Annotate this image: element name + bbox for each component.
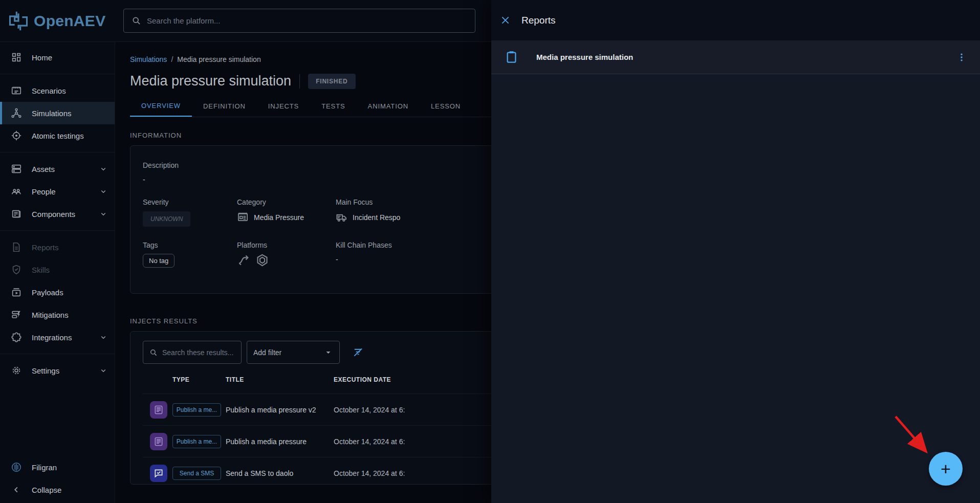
openaev-logo[interactable]: OpenAEV <box>0 10 115 32</box>
main-focus-value: Incident Respo <box>353 213 400 222</box>
sidebar-divider <box>0 354 115 354</box>
sidebar-item-payloads[interactable]: Payloads <box>0 281 115 303</box>
kill-chain-value: - <box>336 255 489 264</box>
sidebar-item-integrations[interactable]: Integrations <box>0 326 115 348</box>
chevron-down-icon[interactable] <box>99 187 108 196</box>
sidebar-collapse-label: Collapse <box>32 486 61 494</box>
components-icon <box>11 208 22 220</box>
reports-drawer: Reports Media pressure simulation + <box>491 0 980 503</box>
media-pressure-inject-icon <box>150 433 167 450</box>
report-item-label: Media pressure simulation <box>536 53 633 61</box>
mitigations-icon <box>11 309 22 320</box>
sidebar-collapse-button[interactable]: Collapse <box>0 478 115 501</box>
tab-animation[interactable]: ANIMATION <box>357 96 420 117</box>
tab-tests[interactable]: TESTS <box>310 96 356 117</box>
column-type[interactable]: TYPE <box>172 376 226 383</box>
filigran-brand-label: Filigran <box>32 463 57 472</box>
chevron-down-icon[interactable] <box>99 366 108 375</box>
filigran-logo-icon <box>11 462 22 473</box>
sidebar-divider <box>0 74 115 74</box>
sidebar-item-mitigations[interactable]: Mitigations <box>0 303 115 326</box>
sidebar-item-label: People <box>32 187 56 196</box>
home-icon <box>11 52 22 63</box>
sms-inject-icon <box>150 465 167 482</box>
status-badge: FINISHED <box>308 74 355 89</box>
app-root: OpenAEV Home Scenarios Simul <box>0 0 980 503</box>
sidebar-divider <box>0 152 115 152</box>
sidebar-item-settings[interactable]: Settings <box>0 359 115 382</box>
tab-injects[interactable]: INJECTS <box>257 96 310 117</box>
report-clipboard-icon <box>505 50 518 64</box>
results-search-input[interactable] <box>162 348 235 357</box>
sidebar-item-scenarios[interactable]: Scenarios <box>0 79 115 102</box>
incident-response-icon <box>336 211 347 223</box>
inject-type-chip: Publish a me... <box>172 435 221 448</box>
sidebar-item-assets[interactable]: Assets <box>0 158 115 180</box>
platform-search[interactable] <box>123 9 475 33</box>
sidebar-item-label: Payloads <box>32 288 63 297</box>
dropdown-arrow-icon <box>323 347 333 357</box>
report-list-item[interactable]: Media pressure simulation <box>491 40 980 74</box>
results-search[interactable] <box>143 341 242 364</box>
settings-icon <box>11 365 22 376</box>
drawer-header: Reports <box>491 0 980 40</box>
sidebar-item-simulations[interactable]: Simulations <box>0 102 115 124</box>
tab-lessons[interactable]: LESSON <box>420 96 472 117</box>
sidebar-divider <box>0 230 115 231</box>
platform-search-input[interactable] <box>147 16 468 25</box>
inject-title: Publish a media pressure v2 <box>226 406 334 414</box>
atomic-testings-icon <box>11 130 22 141</box>
no-tag-chip: No tag <box>143 254 175 268</box>
sidebar-item-label: Components <box>32 210 75 218</box>
sidebar: Home Scenarios Simulations Atomic testin… <box>0 42 115 503</box>
sidebar-item-atomic-testings[interactable]: Atomic testings <box>0 124 115 147</box>
search-icon <box>149 348 158 357</box>
kill-chain-label: Kill Chain Phases <box>336 241 489 249</box>
breadcrumb-current: Media pressure simulation <box>177 55 260 63</box>
sidebar-item-label: Atomic testings <box>32 132 84 140</box>
search-icon <box>131 15 142 26</box>
inject-type-chip: Publish a me... <box>172 403 221 417</box>
sidebar-item-components[interactable]: Components <box>0 203 115 225</box>
sidebar-footer: Filigran Collapse <box>0 456 115 501</box>
page-title: Media pressure simulation <box>130 73 291 89</box>
sidebar-item-reports[interactable]: Reports <box>0 236 115 258</box>
sidebar-item-home[interactable]: Home <box>0 46 115 69</box>
tags-label: Tags <box>143 241 237 249</box>
skills-icon <box>11 264 22 275</box>
add-report-fab[interactable]: + <box>929 452 963 486</box>
sidebar-item-skills[interactable]: Skills <box>0 258 115 281</box>
tab-definition[interactable]: DEFINITION <box>192 96 257 117</box>
reports-icon <box>11 242 22 253</box>
filigran-brand-link[interactable]: Filigran <box>0 456 115 478</box>
category-value: Media Pressure <box>254 213 304 222</box>
kebab-menu-icon[interactable] <box>956 52 967 62</box>
title-divider <box>299 74 300 89</box>
sidebar-item-label: Skills <box>32 266 50 274</box>
tab-overview[interactable]: OVERVIEW <box>130 96 192 117</box>
red-arrow-annotation <box>891 413 940 462</box>
sidebar-item-label: Scenarios <box>32 86 66 95</box>
chevron-down-icon[interactable] <box>99 209 108 218</box>
column-title[interactable]: TITLE <box>226 376 334 383</box>
people-icon <box>11 186 22 197</box>
breadcrumb-simulations-link[interactable]: Simulations <box>130 55 167 63</box>
chevron-left-icon <box>11 484 22 495</box>
add-filter-select[interactable]: Add filter <box>247 341 340 364</box>
sidebar-item-label: Reports <box>32 243 59 252</box>
close-icon[interactable] <box>500 15 511 26</box>
payloads-icon <box>11 287 22 298</box>
chevron-down-icon[interactable] <box>99 333 108 342</box>
add-filter-label: Add filter <box>253 348 281 357</box>
breadcrumb-separator: / <box>171 55 173 63</box>
sidebar-item-people[interactable]: People <box>0 180 115 203</box>
openaev-logo-text: OpenAEV <box>34 12 105 30</box>
inject-title: Publish a media pressure <box>226 438 334 446</box>
clear-filters-icon[interactable] <box>352 346 364 358</box>
category-label: Category <box>237 198 336 206</box>
chevron-down-icon[interactable] <box>99 164 108 173</box>
openaev-logo-icon <box>7 10 30 32</box>
sidebar-item-label: Settings <box>32 366 59 375</box>
platforms-label: Platforms <box>237 241 336 249</box>
newspaper-icon <box>237 211 249 223</box>
